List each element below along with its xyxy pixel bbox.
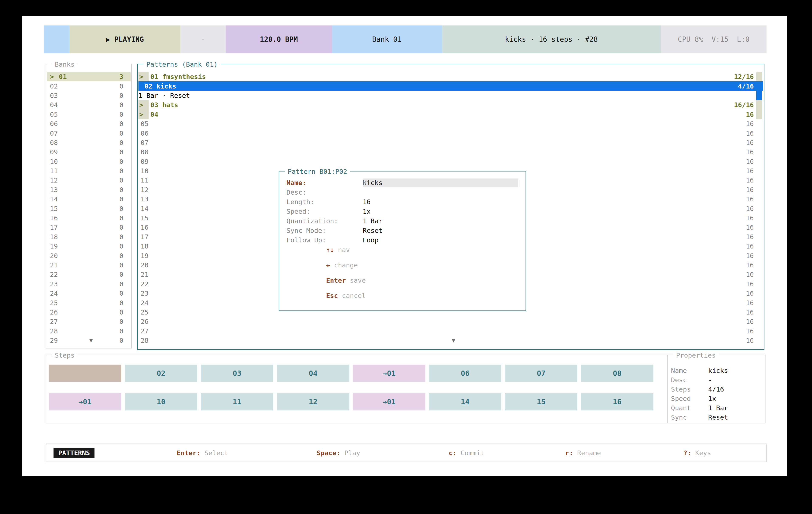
modal-field-row[interactable]: Name: kicks — [286, 178, 518, 187]
pattern-row[interactable]: 09 16 — [139, 157, 763, 166]
hint-key: r: — [565, 449, 573, 457]
pattern-row[interactable]: 06 16 — [139, 128, 763, 138]
bank-row[interactable]: 20 0 — [47, 251, 130, 260]
step-cell[interactable]: →01 — [353, 393, 425, 411]
patterns-scrollbar[interactable] — [756, 72, 762, 119]
bank-display[interactable]: Bank 01 — [332, 26, 442, 53]
field-value-input[interactable]: 1 Bar — [363, 217, 518, 225]
pattern-row[interactable]: > 03 hats 16/16 — [139, 100, 763, 110]
scroll-more-down-icon: ▼ — [89, 337, 93, 343]
step-cell[interactable]: 15 — [505, 393, 577, 411]
pattern-number: 14 — [141, 205, 148, 212]
transport-status[interactable]: ▶ PLAYING — [69, 26, 180, 53]
modal-field-row[interactable]: Desc: — [286, 187, 518, 197]
bank-pattern-count: 0 — [119, 318, 130, 325]
pattern-row[interactable]: 08 16 — [139, 147, 763, 157]
bank-row[interactable]: 07 0 — [47, 128, 130, 138]
step-cell[interactable]: 11 — [201, 393, 273, 411]
bank-row[interactable]: 16 0 — [47, 213, 130, 222]
pattern-steps-count: 16 — [746, 299, 763, 307]
bank-pattern-count: 0 — [119, 271, 130, 278]
bank-row[interactable]: 12 0 — [47, 176, 130, 185]
bank-row[interactable]: 13 0 — [47, 185, 130, 194]
step-cell[interactable]: 04 — [277, 365, 349, 382]
pattern-steps-count: 16 — [746, 214, 763, 222]
pattern-row[interactable]: 02 kicks 4/16 — [139, 81, 763, 91]
step-cell[interactable]: 16 — [581, 393, 654, 411]
bank-row[interactable]: 10 0 — [47, 157, 130, 166]
bank-pattern-count: 0 — [119, 111, 130, 118]
pattern-row[interactable]: 05 16 — [139, 119, 763, 128]
bank-row[interactable]: 05 0 — [47, 110, 130, 119]
pattern-row[interactable]: 07 16 — [139, 138, 763, 147]
key-hint: Space: Play — [317, 449, 360, 457]
field-value-input[interactable] — [363, 188, 518, 196]
pattern-number: 26 — [141, 318, 148, 325]
pattern-steps-count: 16 — [746, 252, 763, 260]
bank-pattern-count: 0 — [119, 167, 130, 175]
step-cell[interactable]: 08 — [581, 365, 654, 382]
field-value-input[interactable]: 1x — [363, 207, 518, 216]
bpm-display[interactable]: 120.0 BPM — [226, 26, 332, 53]
bank-row[interactable]: 17 0 — [47, 222, 130, 232]
scrollbar-thumb-selected — [756, 81, 762, 100]
bank-pattern-count: 0 — [119, 148, 130, 156]
step-cell[interactable]: 06 — [429, 365, 501, 382]
key-hint: r: Rename — [565, 449, 601, 457]
field-label: Name: — [286, 179, 363, 186]
screen-background: ▶ PLAYING · 120.0 BPM Bank 01 kicks · 16… — [0, 0, 812, 514]
pattern-row[interactable]: 1 Bar · Reset — [139, 91, 763, 100]
step-cell[interactable]: 03 — [201, 365, 273, 382]
pattern-row[interactable]: 28 ▼ 16 — [139, 336, 763, 345]
bank-row[interactable]: 18 0 — [47, 232, 130, 242]
scrollbar-thumb-top — [756, 72, 762, 81]
hint-label: Play — [344, 449, 360, 457]
step-cell[interactable]: 10 — [125, 393, 197, 411]
bank-row[interactable]: 02 0 — [47, 81, 130, 91]
bank-number: 17 — [50, 223, 58, 231]
bank-row[interactable]: 21 0 — [47, 261, 130, 270]
bank-row[interactable]: 08 0 — [47, 138, 130, 147]
bank-pattern-count: 0 — [119, 82, 130, 90]
bank-row[interactable]: 04 0 — [47, 100, 130, 110]
bank-row[interactable]: 29 ▼ 0 — [47, 336, 130, 345]
modal-field-row[interactable]: Speed: 1x — [286, 207, 518, 216]
bank-row[interactable]: 14 0 — [47, 194, 130, 204]
bank-row[interactable]: 26 0 — [47, 307, 130, 317]
pattern-row[interactable]: 27 16 — [139, 326, 763, 336]
bank-row[interactable]: 19 0 — [47, 242, 130, 251]
bank-number: 16 — [50, 214, 58, 222]
pattern-name: kicks — [156, 82, 176, 90]
step-cell[interactable]: 12 — [277, 393, 349, 411]
step-cell[interactable]: 14 — [429, 393, 501, 411]
field-value-input[interactable]: kicks — [363, 179, 518, 187]
pattern-row[interactable]: > 01 fmsynthesis 12/16 — [139, 72, 763, 81]
field-value-input[interactable]: 16 — [363, 198, 518, 206]
step-label: 15 — [537, 397, 546, 406]
step-cell[interactable]: →01 — [353, 365, 425, 382]
bank-row[interactable]: > 01 3 — [47, 72, 130, 81]
bank-row[interactable]: 06 0 — [47, 119, 130, 128]
bank-number: 28 — [50, 327, 58, 335]
property-label: Quant — [671, 404, 708, 412]
pattern-steps-count: 16 — [746, 271, 763, 278]
bank-row[interactable]: 28 0 — [47, 326, 130, 336]
pattern-row[interactable]: > 04 16 — [139, 110, 763, 119]
bank-row[interactable]: 15 0 — [47, 204, 130, 213]
step-cell[interactable] — [49, 365, 121, 382]
field-value-input[interactable]: Reset — [363, 226, 518, 235]
bank-row[interactable]: 25 0 — [47, 298, 130, 307]
pattern-row[interactable]: 26 16 — [139, 317, 763, 326]
bank-row[interactable]: 23 0 — [47, 279, 130, 289]
bank-row[interactable]: 09 0 — [47, 147, 130, 157]
bank-row[interactable]: 27 0 — [47, 317, 130, 326]
step-cell[interactable]: 02 — [125, 365, 197, 382]
modal-field-row[interactable]: Length: 16 — [286, 197, 518, 207]
step-cell[interactable]: 07 — [505, 365, 577, 382]
bank-row[interactable]: 24 0 — [47, 289, 130, 298]
bank-row[interactable]: 11 0 — [47, 166, 130, 176]
field-value-input[interactable]: Loop — [363, 236, 518, 244]
step-cell[interactable]: →01 — [49, 393, 121, 411]
bank-row[interactable]: 22 0 — [47, 270, 130, 279]
bank-row[interactable]: 03 0 — [47, 91, 130, 100]
